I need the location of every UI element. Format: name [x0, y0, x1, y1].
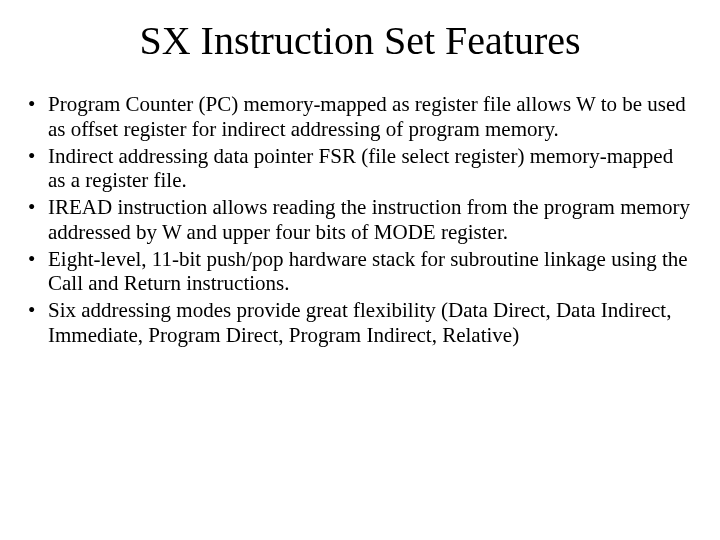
list-item: IREAD instruction allows reading the ins…: [26, 195, 694, 245]
slide: SX Instruction Set Features Program Coun…: [0, 0, 720, 540]
list-item: Eight-level, 11-bit push/pop hardware st…: [26, 247, 694, 297]
list-item: Six addressing modes provide great flexi…: [26, 298, 694, 348]
bullet-list: Program Counter (PC) memory-mapped as re…: [24, 92, 696, 348]
list-item: Indirect addressing data pointer FSR (fi…: [26, 144, 694, 194]
slide-title: SX Instruction Set Features: [24, 18, 696, 64]
list-item: Program Counter (PC) memory-mapped as re…: [26, 92, 694, 142]
